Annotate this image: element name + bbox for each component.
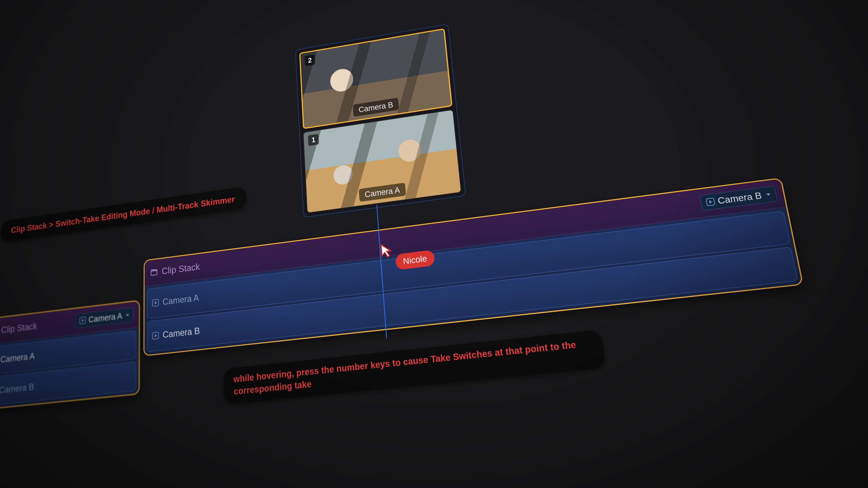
clip-stack-icon — [150, 267, 158, 277]
active-take-label: Camera A — [88, 311, 122, 325]
clip-title: Clip Stack — [162, 261, 200, 277]
active-take-label: Camera B — [717, 190, 763, 206]
clip-title: Clip Stack — [1, 321, 37, 335]
chevron-down-icon — [126, 314, 129, 316]
play-icon — [152, 299, 159, 307]
track-label: Camera A — [0, 351, 35, 365]
track-label: Camera B — [0, 382, 34, 395]
play-icon — [706, 197, 715, 206]
play-icon — [80, 317, 86, 324]
play-icon — [152, 332, 159, 340]
multi-track-skimmer-popover: 2 Camera B 1 Camera A — [295, 24, 466, 218]
active-take-dropdown[interactable]: Camera B — [700, 186, 778, 211]
track-label: Camera B — [162, 326, 200, 340]
chevron-down-icon — [766, 193, 771, 196]
breadcrumb-pill: Clip Stack > Switch-Take Editing Mode / … — [0, 186, 246, 242]
timeline-clip-stack[interactable]: Clip Stack Camera A Camera A Camera B — [0, 300, 140, 410]
track-label: Camera A — [162, 293, 199, 307]
active-take-dropdown[interactable]: Camera A — [75, 307, 133, 328]
take-index-badge: 2 — [305, 55, 315, 66]
take-index-badge: 1 — [308, 134, 319, 146]
